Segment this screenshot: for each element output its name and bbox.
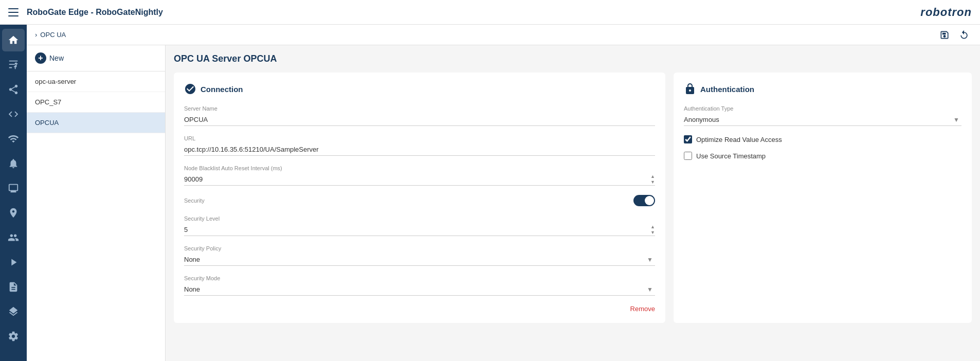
new-button-label: New [49,54,64,62]
sidebar-item-wifi[interactable] [2,128,25,150]
security-toggle[interactable] [633,195,655,206]
auth-type-select-wrapper: Anonymous Username Certificate ▼ [684,114,961,126]
new-server-button[interactable]: + New [27,45,165,71]
security-level-arrows: ▲ ▼ [650,224,655,236]
authentication-card: Authentication Authentication Type Anony… [674,73,972,323]
auth-card-header: Authentication [684,83,961,95]
sidebar-item-home[interactable] [2,29,25,51]
sidebar-item-file[interactable] [2,276,25,298]
auth-type-label: Authentication Type [684,105,961,112]
content-area: › OPC UA + New opc-ua-server [27,25,980,361]
save-button[interactable] [937,27,952,43]
page-title: OPC UA Server OPCUA [174,53,972,64]
server-name-label: Server Name [184,105,655,112]
sidebar [0,25,27,361]
page-body: + New opc-ua-server OPC_S7 OPCUA OPC UA … [27,45,980,361]
connection-icon [184,83,196,95]
new-icon: + [35,52,46,64]
security-mode-label: Security Mode [184,275,655,281]
use-source-timestamp-label: Use Source Timestamp [696,152,766,160]
security-mode-group: Security Mode None Sign SignAndEncrypt ▼ [184,275,655,296]
server-list-panel: + New opc-ua-server OPC_S7 OPCUA [27,45,166,361]
header-left: RoboGate Edge - RoboGateNightly [8,7,163,17]
security-mode-select[interactable]: None Sign SignAndEncrypt [184,283,655,296]
list-item[interactable]: opc-ua-server [27,71,165,92]
security-policy-label: Security Policy [184,245,655,251]
server-name-group: Server Name [184,105,655,126]
remove-button[interactable]: Remove [184,305,655,313]
security-level-label: Security Level [184,215,655,222]
top-header: RoboGate Edge - RoboGateNightly robotron [0,0,980,25]
optimize-read-label: Optimize Read Value Access [696,136,782,143]
security-mode-select-wrapper: None Sign SignAndEncrypt ▼ [184,283,655,296]
optimize-read-row: Optimize Read Value Access [684,135,961,143]
sidebar-item-share[interactable] [2,78,25,101]
connection-card-title: Connection [201,85,243,94]
sidebar-item-pin[interactable] [2,202,25,224]
breadcrumb-arrow: › [35,31,37,39]
connection-card: Connection Server Name URL [174,73,665,323]
sidebar-item-arrow-right[interactable] [2,251,25,274]
optimize-read-checkbox[interactable] [684,135,692,143]
server-name-input[interactable] [184,114,655,126]
blacklist-input[interactable] [184,173,655,186]
security-level-up-arrow[interactable]: ▲ [650,224,655,230]
url-group: URL [184,135,655,156]
auth-type-group: Authentication Type Anonymous Username C… [684,105,961,126]
security-row: Security [184,195,655,206]
form-columns: Connection Server Name URL [174,73,972,323]
blacklist-wrapper: ▲ ▼ [184,173,655,186]
use-source-timestamp-checkbox[interactable] [684,152,692,160]
blacklist-down-arrow[interactable]: ▼ [650,179,655,185]
list-item[interactable]: OPCUA [27,113,165,133]
sidebar-item-display[interactable] [2,177,25,200]
security-level-input[interactable] [184,224,655,236]
restore-button[interactable] [956,27,972,43]
sidebar-item-alert[interactable] [2,152,25,175]
use-source-ts-row: Use Source Timestamp [684,152,961,160]
sidebar-item-users[interactable] [2,226,25,249]
breadcrumb: › OPC UA [35,31,66,39]
security-policy-group: Security Policy None Basic128Rsa15 Basic… [184,245,655,266]
security-policy-select-wrapper: None Basic128Rsa15 Basic256 Basic256Sha2… [184,254,655,266]
blacklist-arrows: ▲ ▼ [650,173,655,186]
breadcrumb-actions [937,27,972,43]
security-level-wrapper: ▲ ▼ [184,224,655,236]
sidebar-item-settings[interactable] [2,325,25,348]
url-label: URL [184,135,655,141]
url-input[interactable] [184,143,655,156]
blacklist-group: Node Blacklist Auto Reset Interval (ms) … [184,165,655,186]
breadcrumb-label: OPC UA [40,31,66,39]
blacklist-label: Node Blacklist Auto Reset Interval (ms) [184,165,655,171]
breadcrumb-bar: › OPC UA [27,25,980,45]
security-policy-select[interactable]: None Basic128Rsa15 Basic256 Basic256Sha2… [184,254,655,266]
security-label: Security [184,197,205,204]
sidebar-item-filters[interactable] [2,53,25,76]
auth-card-title: Authentication [700,85,754,94]
connection-card-header: Connection [184,83,655,95]
sidebar-item-layers[interactable] [2,300,25,323]
security-level-group: Security Level ▲ ▼ [184,215,655,236]
app-title: RoboGate Edge - RoboGateNightly [27,8,163,17]
list-item[interactable]: OPC_S7 [27,92,165,113]
brand-logo: robotron [920,6,972,19]
auth-icon [684,83,696,95]
hamburger-menu-button[interactable] [8,7,19,17]
auth-type-select[interactable]: Anonymous Username Certificate [684,114,961,126]
form-area: OPC UA Server OPCUA Connection Server Na… [166,45,980,361]
main-layout: › OPC UA + New opc-ua-server [0,25,980,361]
blacklist-up-arrow[interactable]: ▲ [650,174,655,179]
security-level-down-arrow[interactable]: ▼ [650,230,655,236]
sidebar-item-code[interactable] [2,103,25,125]
